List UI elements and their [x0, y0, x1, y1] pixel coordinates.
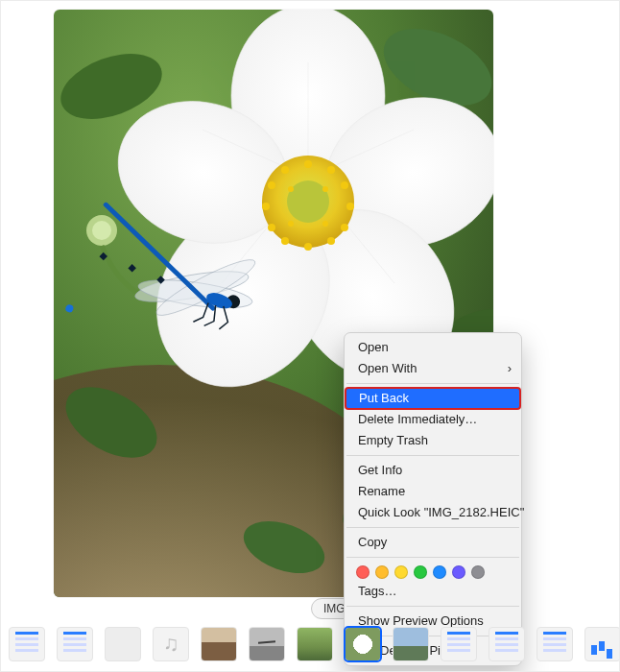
thumbnail-item[interactable]	[9, 627, 45, 661]
thumbnail-item[interactable]	[584, 627, 620, 661]
menu-put-back-label: Put Back	[359, 391, 409, 405]
menu-empty-trash[interactable]: Empty Trash	[345, 430, 521, 451]
svg-point-27	[281, 237, 289, 245]
music-icon: ♫	[163, 632, 179, 657]
tag-gray[interactable]	[471, 565, 485, 579]
menu-get-info[interactable]: Get Info	[345, 460, 521, 481]
svg-point-21	[327, 166, 335, 174]
menu-separator	[346, 557, 519, 558]
svg-point-17	[287, 180, 329, 223]
tag-color-row	[345, 562, 521, 581]
thumbnail-item[interactable]	[201, 627, 237, 661]
thumbnail-item[interactable]: ♫	[153, 627, 189, 661]
menu-delete-immediately-label: Delete Immediately…	[358, 412, 477, 426]
menu-open-label: Open	[358, 340, 389, 354]
thumbnail-item[interactable]	[249, 627, 285, 661]
menu-empty-trash-label: Empty Trash	[358, 433, 428, 447]
svg-point-19	[281, 166, 289, 174]
svg-point-32	[322, 221, 328, 227]
svg-point-18	[268, 181, 275, 189]
menu-tags[interactable]: Tags…	[345, 581, 521, 602]
thumbnail-item[interactable]	[441, 627, 477, 661]
svg-point-31	[322, 186, 328, 192]
tag-green[interactable]	[414, 565, 427, 579]
thumbnail-item[interactable]	[57, 627, 93, 661]
menu-separator	[346, 606, 519, 607]
svg-point-22	[341, 181, 348, 189]
svg-point-9	[92, 221, 111, 240]
svg-point-30	[288, 186, 294, 192]
tag-orange[interactable]	[375, 565, 389, 579]
menu-open-with-label: Open With	[358, 361, 417, 375]
tag-yellow[interactable]	[394, 565, 408, 579]
thumbnail-item[interactable]	[489, 627, 525, 661]
menu-separator	[346, 383, 519, 384]
thumbnail-item[interactable]	[297, 627, 333, 661]
thumbnail-item-selected[interactable]	[345, 627, 381, 661]
svg-point-20	[304, 160, 312, 168]
menu-open-with[interactable]: Open With ›	[345, 358, 521, 379]
menu-open[interactable]: Open	[345, 337, 521, 358]
menu-quick-look-label: Quick Look "IMG_2182.HEIC"	[358, 505, 524, 519]
menu-put-back[interactable]: Put Back	[346, 388, 520, 409]
svg-point-24	[341, 224, 348, 231]
menu-separator	[346, 455, 519, 456]
svg-point-28	[268, 224, 275, 231]
svg-point-29	[262, 203, 270, 210]
tag-purple[interactable]	[452, 565, 465, 579]
menu-copy[interactable]: Copy	[345, 532, 521, 553]
thumbnail-item[interactable]	[393, 627, 429, 661]
menu-rename-label: Rename	[358, 484, 405, 498]
svg-point-33	[288, 221, 294, 227]
menu-rename[interactable]: Rename	[345, 481, 521, 502]
menu-copy-label: Copy	[358, 535, 387, 549]
menu-quick-look[interactable]: Quick Look "IMG_2182.HEIC"	[345, 502, 521, 523]
thumbnail-item[interactable]	[105, 627, 141, 661]
svg-point-23	[346, 203, 354, 210]
svg-point-25	[327, 237, 335, 245]
svg-point-26	[304, 243, 312, 251]
chevron-right-icon: ›	[508, 361, 512, 376]
tag-blue[interactable]	[433, 565, 446, 579]
context-menu: Open Open With › Put Back Delete Immedia…	[344, 332, 522, 666]
thumbnail-item[interactable]	[537, 627, 573, 661]
menu-delete-immediately[interactable]: Delete Immediately…	[345, 409, 521, 430]
tag-red[interactable]	[356, 565, 370, 579]
menu-tags-label: Tags…	[358, 584, 396, 598]
menu-get-info-label: Get Info	[358, 463, 402, 477]
thumbnail-strip: ♫	[9, 625, 611, 663]
menu-separator	[346, 527, 519, 528]
